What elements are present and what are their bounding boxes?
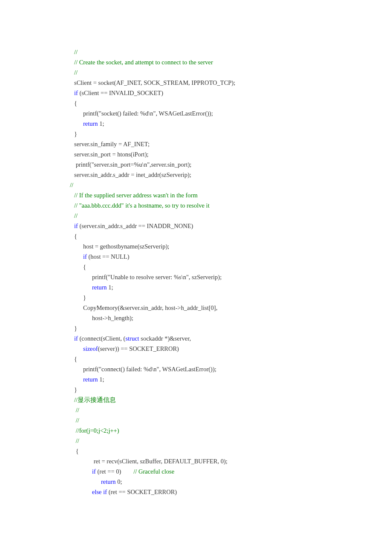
code-line: { — [74, 354, 392, 364]
keyword-text: struct — [125, 335, 139, 342]
code-line: server.sin_addr.s_addr = inet_addr(szSer… — [74, 170, 392, 180]
code-line: if (ret == 0) // Graceful close — [92, 466, 392, 477]
keyword-text: else — [92, 489, 102, 495]
code-line: } — [83, 292, 392, 303]
keyword-text: return — [92, 284, 107, 291]
comment-text: // — [74, 417, 79, 424]
code-text: (server)) == SOCKET_ERROR) — [98, 345, 179, 352]
code-text: printf("Unable to resolve server: %s\n",… — [92, 274, 222, 280]
comment-text: // — [74, 212, 78, 219]
code-line: // If the supplied server address wasn't… — [74, 190, 392, 200]
code-line: host = gethostbyname(szServerip); — [83, 241, 392, 251]
code-text: 1; — [98, 120, 104, 127]
code-text: 1; — [107, 284, 113, 291]
code-line: // — [74, 415, 392, 425]
comment-text: // Graceful close — [133, 468, 174, 475]
code-text: printf("connect() failed: %d\n", WSAGetL… — [83, 366, 216, 373]
code-line: server.sin_port = htons(iPort); — [74, 149, 392, 159]
code-text: sockaddr *)&server, — [139, 335, 191, 342]
code-line: // — [74, 405, 392, 415]
code-line: printf("server.sin_port=%u\n",server.sin… — [74, 159, 392, 170]
code-line: // — [74, 436, 392, 446]
code-text: { — [74, 100, 77, 107]
code-line: if (server.sin_addr.s_addr == INADDR_NON… — [74, 221, 392, 231]
code-line: server.sin_family = AF_INET; — [74, 139, 392, 149]
keyword-text: if — [103, 489, 107, 495]
keyword-text: sizeof — [83, 345, 98, 352]
code-text: } — [83, 294, 86, 301]
code-text: CopyMemory(&server.sin_addr, host->h_add… — [83, 304, 217, 311]
code-line: if (host == NULL) — [83, 251, 392, 262]
code-line: sClient = socket(AF_INET, SOCK_STREAM, I… — [74, 78, 392, 88]
code-line: // — [74, 67, 392, 78]
comment-text: // "aaa.bbb.ccc.ddd" it's a hostname, so… — [74, 202, 210, 209]
code-text: (connect(sClient, ( — [78, 335, 126, 342]
code-text: { — [83, 263, 86, 270]
code-line: } — [74, 384, 392, 395]
comment-text: //for(j=0;j<2;j++) — [74, 427, 119, 434]
code-line: } — [74, 323, 392, 333]
code-line: printf("socket() failed: %d\n", WSAGetLa… — [83, 108, 392, 119]
code-line: { — [74, 446, 392, 456]
keyword-text: if — [92, 468, 96, 475]
code-line: sizeof(server)) == SOCKET_ERROR) — [83, 344, 392, 354]
code-line: else if (ret == SOCKET_ERROR) — [92, 487, 392, 497]
code-text: server.sin_addr.s_addr = inet_addr(szSer… — [74, 171, 191, 178]
comment-text: //显示接通信息 — [74, 396, 116, 403]
comment-text: // If the supplied server address wasn't… — [74, 192, 198, 199]
comment-text: // — [74, 407, 79, 413]
code-line: { — [83, 262, 392, 272]
code-line: // — [70, 180, 392, 190]
code-line: return 1; — [92, 282, 392, 292]
comment-text: // Create the socket, and attempt to con… — [74, 59, 213, 66]
code-text: (ret == 0) — [96, 468, 133, 475]
code-line: } — [74, 129, 392, 139]
keyword-text: if — [83, 253, 87, 260]
code-text: printf("server.sin_port=%u\n",server.sin… — [74, 161, 191, 168]
code-line: // Create the socket, and attempt to con… — [74, 57, 392, 67]
code-text: (server.sin_addr.s_addr == INADDR_NONE) — [78, 223, 193, 229]
code-line: return 1; — [83, 119, 392, 129]
code-text: ret = recv(sClient, szBuffer, DEFAULT_BU… — [92, 458, 228, 465]
comment-text: // — [74, 69, 78, 76]
code-text: } — [74, 386, 77, 393]
code-text: { — [74, 448, 79, 454]
code-text: sClient = socket(AF_INET, SOCK_STREAM, I… — [74, 79, 235, 86]
keyword-text: return — [83, 376, 98, 383]
code-text: (ret == SOCKET_ERROR) — [107, 489, 177, 495]
keyword-text: if — [74, 90, 78, 96]
code-text: host = gethostbyname(szServerip); — [83, 243, 169, 250]
code-text: printf("socket() failed: %d\n", WSAGetLa… — [83, 110, 213, 117]
comment-text: // — [74, 437, 79, 444]
code-text: (host == NULL) — [87, 253, 130, 260]
keyword-text: return — [83, 120, 98, 127]
code-text: host->h_length); — [92, 315, 133, 321]
code-text: { — [74, 356, 77, 362]
code-line: if (sClient == INVALID_SOCKET) — [74, 88, 392, 98]
keyword-text: if — [74, 223, 78, 229]
code-text: server.sin_family = AF_INET; — [74, 141, 150, 147]
code-block: //// Create the socket, and attempt to c… — [0, 47, 392, 497]
code-line: host->h_length); — [92, 313, 392, 323]
comment-text: // — [70, 182, 73, 188]
code-line: ret = recv(sClient, szBuffer, DEFAULT_BU… — [92, 456, 392, 466]
code-line: return 1; — [83, 374, 392, 384]
code-line: CopyMemory(&server.sin_addr, host->h_add… — [83, 303, 392, 313]
code-text: } — [74, 325, 77, 332]
code-text: { — [74, 233, 77, 240]
comment-text: // — [74, 49, 78, 55]
code-line: return 0; — [101, 477, 392, 487]
code-line: { — [74, 231, 392, 241]
keyword-text: if — [74, 335, 78, 342]
code-text: } — [74, 130, 77, 137]
code-line: printf("connect() failed: %d\n", WSAGetL… — [83, 364, 392, 374]
code-text: (sClient == INVALID_SOCKET) — [78, 90, 163, 96]
code-text: 0; — [116, 478, 122, 485]
code-line: { — [74, 98, 392, 108]
code-line: printf("Unable to resolve server: %s\n",… — [92, 272, 392, 282]
code-line: // "aaa.bbb.ccc.ddd" it's a hostname, so… — [74, 200, 392, 211]
code-line: // — [74, 47, 392, 57]
keyword-text: return — [101, 478, 116, 485]
code-line: if (connect(sClient, (struct sockaddr *)… — [74, 333, 392, 344]
code-line: //for(j=0;j<2;j++) — [74, 425, 392, 436]
